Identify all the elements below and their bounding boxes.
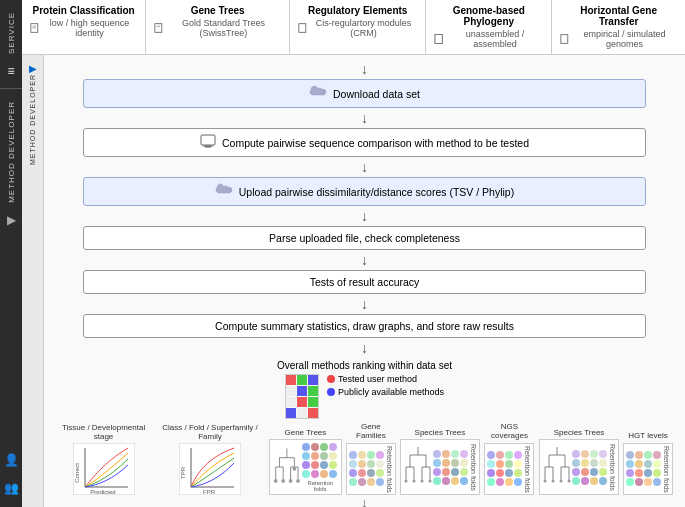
method-label: METHOD DEVELOPER — [7, 95, 16, 209]
tab-phylogeny[interactable]: Genome-based Phylogeny unassembled / ass… — [426, 0, 552, 54]
ranking-matrix — [285, 374, 319, 419]
ranking-inner: Tested user method Publicly available me… — [285, 374, 444, 419]
doc-icon — [30, 23, 39, 33]
user-icon[interactable]: 👤 — [4, 449, 19, 471]
cloud-icon-1 — [309, 85, 327, 102]
svg-point-35 — [292, 467, 296, 471]
legend-tested: Tested user method — [327, 374, 444, 384]
svg-point-33 — [289, 479, 293, 483]
service-tabs-bar: Protein Classification low / high sequen… — [22, 0, 685, 55]
gene-trees-tree-svg — [272, 442, 302, 492]
matrix-cell-10 — [286, 408, 296, 418]
service-label: SERVICE — [7, 6, 16, 60]
tab-protein-title: Protein Classification — [32, 5, 134, 16]
svg-point-32 — [281, 479, 285, 483]
matrix-cell-3 — [308, 375, 318, 385]
svg-point-62 — [560, 480, 563, 483]
tab-hgt[interactable]: Horizontal Gene Transfer empirical / sim… — [552, 0, 685, 54]
svg-point-46 — [404, 480, 407, 483]
chart-gene-families-inner: Retention folds — [346, 443, 396, 496]
svg-point-34 — [296, 479, 300, 483]
computer-icon — [200, 134, 216, 151]
chart-gene-trees-inner: Retention folds — [269, 439, 342, 495]
matrix-cell-8 — [297, 397, 307, 407]
matrix-cell-12 — [308, 408, 318, 418]
step-download: Download data set — [83, 79, 646, 108]
cloud-icon-2 — [215, 183, 233, 200]
service-icon[interactable]: ≡ — [7, 60, 14, 82]
body-area: ▶ METHOD DEVELOPER ↓ Download data set ↓… — [22, 55, 685, 507]
tab-gene-trees[interactable]: Gene Trees Gold Standard Trees (SwissTre… — [146, 0, 290, 54]
matrix-cell-11 — [297, 408, 307, 418]
species-trees-ylabel: Retention folds — [470, 444, 477, 491]
step-upload-label: Upload pairwise dissimilarity/distance s… — [239, 186, 514, 198]
chart-class-svg: FPR TPR — [179, 443, 241, 495]
chart-species-trees: Species Trees — [400, 429, 480, 496]
chart-hgt-label: HGT levels — [628, 432, 667, 441]
arrow-0: ↓ — [52, 62, 677, 76]
chart-ngs-label: NGS coverages — [484, 423, 535, 441]
legend-public: Publicly available methods — [327, 387, 444, 397]
step-stats-label: Compute summary statistics, draw graphs,… — [215, 320, 514, 332]
matrix-cell-2 — [297, 375, 307, 385]
chart-species-trees-label: Species Trees — [415, 429, 466, 438]
step-download-label: Download data set — [333, 88, 420, 100]
species-tree2-svg — [542, 442, 572, 492]
method-icon[interactable]: ▶ — [7, 209, 16, 231]
step-compute-label: Compute pairwise sequence comparison wit… — [222, 137, 529, 149]
tab-phylogeny-title: Genome-based Phylogeny — [434, 5, 543, 27]
users-icon[interactable]: 👥 — [4, 477, 19, 499]
arrow-3: ↓ — [52, 209, 677, 223]
matrix-cell-5 — [297, 386, 307, 396]
svg-text:FPR: FPR — [203, 489, 216, 495]
tab-protein-sub: low / high sequence identity — [30, 18, 137, 38]
chart-hgt: HGT levels — [623, 432, 673, 496]
chart-species-trees-inner: Retention folds — [400, 439, 480, 495]
tab-hgt-sub: empirical / simulated genomes — [560, 29, 677, 49]
svg-text:Predicted: Predicted — [90, 489, 115, 495]
svg-point-31 — [274, 479, 278, 483]
chart-class: Class / Fold / Superfamily / Family FPR … — [155, 424, 265, 496]
step-tests: Tests of result accuracy — [83, 270, 646, 294]
legend-tested-label: Tested user method — [338, 374, 417, 384]
chart-gene-families: Gene Families — [346, 423, 396, 495]
svg-rect-7 — [561, 35, 568, 44]
svg-rect-6 — [435, 34, 442, 43]
svg-point-48 — [420, 480, 423, 483]
ranking-matrix-container — [285, 374, 319, 419]
step-stats: Compute summary statistics, draw graphs,… — [83, 314, 646, 338]
tab-gene-trees-title: Gene Trees — [191, 5, 245, 16]
tab-protein-classification[interactable]: Protein Classification low / high sequen… — [22, 0, 146, 54]
tab-regulatory-sub: Cis-regulartory modules (CRM) — [298, 18, 417, 38]
doc-icon3 — [298, 23, 307, 33]
matrix-cell-9 — [308, 397, 318, 407]
gene-trees-heatmap: Retention folds — [302, 443, 339, 492]
matrix-cell-6 — [308, 386, 318, 396]
gene-trees-xlabel: Retention folds — [302, 480, 339, 492]
ngs-ylabel: Retention folds — [524, 446, 531, 493]
chart-species-trees2: Species Trees — [539, 429, 619, 496]
svg-point-49 — [428, 480, 431, 483]
chart-ngs-inner: Retention folds — [484, 443, 534, 496]
legend-tested-dot — [327, 375, 335, 383]
chart-ngs: NGS coverages — [484, 423, 535, 495]
svg-text:Correct: Correct — [74, 463, 80, 483]
legend-public-dot — [327, 388, 335, 396]
chart-tissue-svg: Predicted Correct — [73, 443, 135, 495]
tab-gene-trees-sub: Gold Standard Trees (SwissTree) — [154, 18, 281, 38]
doc-icon2 — [154, 23, 163, 33]
matrix-cell-4 — [286, 386, 296, 396]
ranking-legend: Tested user method Publicly available me… — [327, 374, 444, 397]
tab-hgt-title: Horizontal Gene Transfer — [560, 5, 677, 27]
doc-icon4 — [434, 34, 443, 44]
step-tests-label: Tests of result accuracy — [310, 276, 420, 288]
svg-point-63 — [568, 480, 571, 483]
matrix-cell-7 — [286, 397, 296, 407]
tab-regulatory[interactable]: Regulatory Elements Cis-regulartory modu… — [290, 0, 426, 54]
svg-rect-3 — [155, 24, 162, 33]
method-developer-sidebar: ▶ METHOD DEVELOPER — [22, 55, 44, 507]
tab-phylogeny-sub: unassembled / assembled — [434, 29, 543, 49]
species-tree-svg — [403, 442, 433, 492]
ranking-title: Overall methods ranking within data set — [277, 360, 452, 371]
legend-public-label: Publicly available methods — [338, 387, 444, 397]
